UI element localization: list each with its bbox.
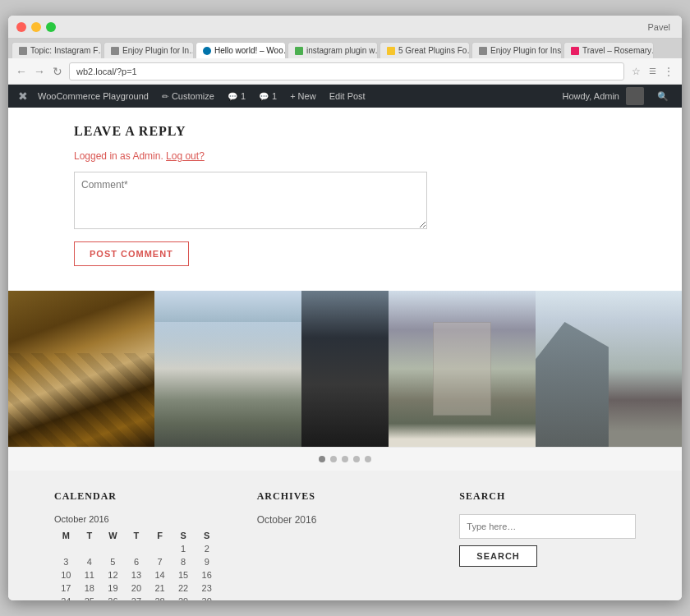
gallery-dots xyxy=(8,447,682,471)
calendar-row-2: 10111213141516 xyxy=(54,568,218,582)
search-input[interactable] xyxy=(459,514,636,539)
minimize-button[interactable] xyxy=(31,22,41,32)
gallery-image-2 xyxy=(154,291,301,447)
address-bar[interactable]: wb2.local/?p=1 xyxy=(69,62,624,80)
tab-favicon-5 xyxy=(479,47,487,55)
archives-link-0[interactable]: October 2016 xyxy=(257,514,317,526)
bookmark-icon[interactable]: ☆ xyxy=(629,65,642,78)
adminbar-new[interactable]: + New xyxy=(283,85,323,108)
browser-tab-3[interactable]: instagram plugin w… xyxy=(288,42,378,58)
cal-cell-2-6: 16 xyxy=(195,568,218,582)
search-button[interactable]: SEARCH xyxy=(459,545,536,567)
calendar-row-4: 24252627282930 xyxy=(54,595,218,600)
browser-tab-6[interactable]: Travel – Rosemary… xyxy=(564,42,654,58)
cal-cell-3-5: 22 xyxy=(172,582,196,595)
cal-header-t2: T xyxy=(125,529,149,542)
adminbar-right: Howdy, Admin 🔍 xyxy=(556,85,676,108)
wp-logo[interactable]: ✖ xyxy=(15,88,31,104)
reader-icon[interactable]: ☰ xyxy=(646,65,659,78)
browser-titlebar: Pavel xyxy=(8,16,682,39)
cal-header-t1: T xyxy=(78,529,102,542)
settings-icon[interactable]: ⋮ xyxy=(662,65,675,78)
browser-tab-1[interactable]: Enjoy Plugin for In… xyxy=(104,42,194,58)
cal-cell-0-4 xyxy=(148,542,172,555)
tab-favicon-6 xyxy=(571,47,579,55)
cal-cell-3-1: 18 xyxy=(78,582,102,595)
browser-tab-2[interactable]: Hello world! – Woo… xyxy=(196,42,286,58)
post-comment-button[interactable]: POST COMMENT xyxy=(74,241,189,266)
cal-cell-4-3: 27 xyxy=(125,595,149,600)
maximize-button[interactable] xyxy=(46,22,56,32)
cal-header-s2: S xyxy=(195,529,218,542)
reply-title: LEAVE A REPLY xyxy=(74,124,616,139)
logout-link[interactable]: Log out? xyxy=(166,150,205,162)
comment-textarea[interactable] xyxy=(74,172,427,229)
cal-cell-4-5: 29 xyxy=(172,595,196,600)
calendar-body: 1234567891011121314151617181920212223242… xyxy=(54,542,218,600)
cal-cell-0-6: 2 xyxy=(195,542,218,555)
content-area[interactable]: LEAVE A REPLY Logged in as Admin. Log ou… xyxy=(8,108,682,600)
gallery-dot-1[interactable] xyxy=(330,456,337,462)
cal-cell-0-2 xyxy=(101,542,125,555)
cal-header-f: F xyxy=(148,529,172,542)
cal-cell-4-2: 26 xyxy=(101,595,125,600)
archives-list: October 2016 xyxy=(257,514,434,526)
calendar-row-3: 17181920212223 xyxy=(54,582,218,595)
gallery-image-1 xyxy=(8,291,154,447)
gallery-dot-4[interactable] xyxy=(365,456,371,462)
adminbar-edit[interactable]: Edit Post xyxy=(323,85,372,108)
cal-cell-1-2: 5 xyxy=(101,555,125,568)
cal-cell-1-4: 7 xyxy=(148,555,172,568)
search-icon: 🔍 xyxy=(657,91,669,102)
cal-cell-1-6: 9 xyxy=(195,555,218,568)
gallery-img-inner-1 xyxy=(8,291,154,447)
cal-cell-3-3: 20 xyxy=(125,582,149,595)
adminbar-howdy[interactable]: Howdy, Admin xyxy=(556,85,651,108)
gallery-image-5 xyxy=(536,291,682,447)
browser-tab-0[interactable]: Topic: Instagram F… xyxy=(12,42,102,58)
cal-cell-2-4: 14 xyxy=(148,568,172,582)
tab-favicon-3 xyxy=(295,47,303,55)
cal-cell-1-1: 4 xyxy=(78,555,102,568)
adminbar-comments[interactable]: 💬 1 xyxy=(221,85,252,108)
back-button[interactable]: ← xyxy=(15,65,28,78)
cal-cell-0-3 xyxy=(125,542,149,555)
gallery-img-inner-5 xyxy=(536,291,682,447)
gallery-dot-3[interactable] xyxy=(353,456,360,462)
cal-cell-2-2: 12 xyxy=(101,568,125,582)
search-widget-title: SEARCH xyxy=(459,490,636,503)
archives-widget-title: ARCHIVES xyxy=(257,490,434,503)
cal-header-s1: S xyxy=(172,529,196,542)
gallery-img-inner-2 xyxy=(154,291,301,447)
calendar-row-1: 3456789 xyxy=(54,555,218,568)
close-button[interactable] xyxy=(16,22,26,32)
gallery-dot-0[interactable] xyxy=(319,456,325,462)
cal-cell-3-2: 19 xyxy=(101,582,125,595)
adminbar-comments2[interactable]: 💬 1 xyxy=(252,85,283,108)
gallery-img-inner-3 xyxy=(301,291,389,447)
cal-cell-0-0 xyxy=(54,542,78,555)
cal-cell-2-1: 11 xyxy=(78,568,102,582)
tab-favicon-1 xyxy=(111,47,119,55)
browser-addressbar: ← → ↻ wb2.local/?p=1 ☆ ☰ ⋮ xyxy=(8,58,682,85)
browser-tab-5[interactable]: Enjoy Plugin for Ins… xyxy=(472,42,562,58)
wp-adminbar: ✖ WooCommerce Playground ✏ Customize 💬 1… xyxy=(8,85,682,108)
adminbar-customize[interactable]: ✏ Customize xyxy=(155,85,221,108)
browser-tab-4[interactable]: 5 Great Plugins Fo… xyxy=(380,42,470,58)
address-icons: ☆ ☰ ⋮ xyxy=(629,65,675,78)
tab-favicon-2 xyxy=(203,47,211,55)
reload-button[interactable]: ↻ xyxy=(51,65,64,78)
adminbar-site[interactable]: WooCommerce Playground xyxy=(31,85,155,108)
adminbar-search[interactable]: 🔍 xyxy=(651,85,675,108)
avatar xyxy=(626,87,644,105)
cal-cell-3-6: 23 xyxy=(195,582,218,595)
cal-cell-4-6: 30 xyxy=(195,595,218,600)
calendar-widget: CALENDAR October 2016 M T W T F S S xyxy=(41,490,244,600)
user-label: Pavel xyxy=(61,22,674,32)
cal-cell-2-5: 15 xyxy=(172,568,196,582)
gallery-dot-2[interactable] xyxy=(342,456,348,462)
cal-cell-3-4: 21 xyxy=(148,582,172,595)
gallery-strip xyxy=(8,291,682,447)
calendar-widget-title: CALENDAR xyxy=(54,490,231,503)
forward-button[interactable]: → xyxy=(33,65,46,78)
